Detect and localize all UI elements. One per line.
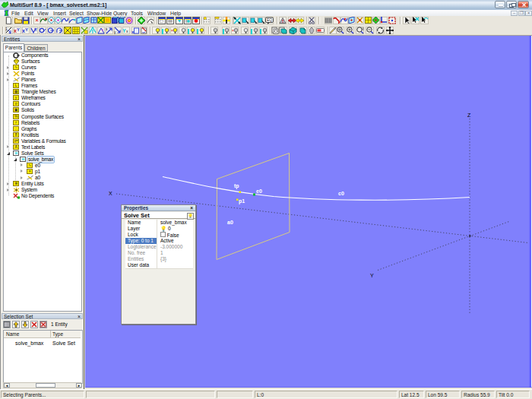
svg-text:tp: tp xyxy=(234,183,239,189)
svg-text:p1: p1 xyxy=(239,198,245,204)
svg-text:x: x xyxy=(102,27,104,32)
svg-text:c0: c0 xyxy=(338,191,344,196)
svg-text:1: 1 xyxy=(5,27,8,31)
svg-text:Z: Z xyxy=(467,112,471,118)
svg-text:Y: Y xyxy=(25,27,28,32)
svg-text:a0: a0 xyxy=(227,220,233,225)
svg-text:EQ: EQ xyxy=(267,17,272,22)
svg-text:Y: Y xyxy=(17,27,20,32)
svg-text:y: y xyxy=(114,30,116,34)
svg-text:Y: Y xyxy=(34,27,37,32)
svg-text:x: x xyxy=(126,29,128,33)
svg-text:Y: Y xyxy=(370,273,374,278)
svg-text:e0: e0 xyxy=(256,188,262,194)
svg-text:X: X xyxy=(109,191,112,196)
svg-text:x: x xyxy=(106,27,108,31)
